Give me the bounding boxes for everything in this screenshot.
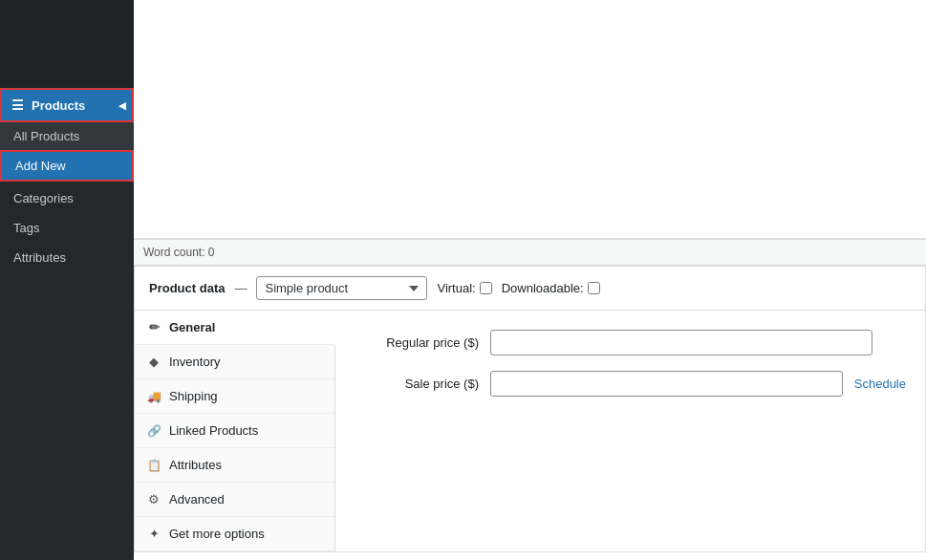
- attributes-icon: 📋: [146, 459, 162, 472]
- sidebar-item-tags[interactable]: Tags: [0, 213, 134, 243]
- products-submenu: All Products Add New: [0, 122, 134, 182]
- product-data-separator: —: [234, 281, 247, 295]
- tab-get-more-options-label: Get more options: [169, 527, 265, 541]
- product-tabs: ✏ General ◆ Inventory 🚚 Shipping 🔗 Linke…: [135, 311, 335, 551]
- main-content: Word count: 0 Product data — Simple prod…: [134, 0, 926, 560]
- shipping-icon: 🚚: [146, 390, 162, 403]
- general-tab-content: Regular price ($) Sale price ($) Schedul…: [335, 311, 925, 551]
- sidebar: ☰ Products ◀ All Products Add New Catego…: [0, 0, 134, 560]
- regular-price-label: Regular price ($): [355, 335, 479, 350]
- tab-linked-products[interactable]: 🔗 Linked Products: [135, 414, 334, 448]
- product-data-section: Product data — Simple product Variable p…: [134, 266, 926, 552]
- virtual-label: Virtual:: [437, 281, 491, 295]
- advanced-icon: ⚙: [146, 492, 162, 506]
- product-data-body: ✏ General ◆ Inventory 🚚 Shipping 🔗 Linke…: [135, 311, 925, 551]
- sale-price-label: Sale price ($): [355, 377, 479, 391]
- sidebar-item-attributes[interactable]: Attributes: [0, 243, 134, 272]
- editor-area: [134, 0, 926, 239]
- sale-price-input[interactable]: [490, 371, 843, 397]
- tab-general-label: General: [169, 320, 215, 334]
- downloadable-label: Downloadable:: [502, 281, 600, 295]
- products-menu-label: Products: [32, 98, 85, 113]
- sidebar-top-area: [0, 0, 134, 88]
- tab-inventory-label: Inventory: [169, 355, 220, 369]
- tab-advanced[interactable]: ⚙ Advanced: [135, 483, 334, 517]
- tab-attributes-label: Attributes: [169, 458, 222, 472]
- word-count-bar: Word count: 0: [134, 239, 926, 266]
- chevron-left-icon: ◀: [118, 100, 126, 111]
- tab-shipping[interactable]: 🚚 Shipping: [135, 379, 334, 414]
- main-inner: Word count: 0 Product data — Simple prod…: [134, 0, 926, 560]
- tab-attributes[interactable]: 📋 Attributes: [135, 448, 334, 483]
- product-type-select[interactable]: Simple product Variable product Grouped …: [256, 276, 427, 300]
- virtual-checkbox[interactable]: [480, 282, 492, 294]
- products-icon: ☰: [11, 97, 24, 113]
- product-data-header: Product data — Simple product Variable p…: [135, 267, 925, 311]
- regular-price-row: Regular price ($): [355, 330, 906, 355]
- sidebar-item-all-products[interactable]: All Products: [0, 122, 134, 150]
- general-icon: ✏: [146, 320, 162, 334]
- regular-price-input[interactable]: [490, 330, 872, 355]
- sidebar-item-categories[interactable]: Categories: [0, 183, 134, 213]
- schedule-link[interactable]: Schedule: [854, 377, 906, 391]
- sale-price-row: Sale price ($) Schedule: [355, 371, 906, 397]
- sidebar-item-products[interactable]: ☰ Products ◀: [0, 88, 134, 122]
- tab-shipping-label: Shipping: [169, 389, 218, 403]
- product-data-title: Product data: [149, 281, 225, 295]
- sidebar-item-add-new[interactable]: Add New: [0, 150, 134, 182]
- linked-products-icon: 🔗: [146, 424, 162, 438]
- tab-general[interactable]: ✏ General: [135, 311, 335, 345]
- inventory-icon: ◆: [146, 355, 162, 369]
- tab-advanced-label: Advanced: [169, 492, 225, 506]
- sidebar-other-items: Categories Tags Attributes: [0, 183, 134, 272]
- tab-linked-products-label: Linked Products: [169, 423, 258, 438]
- word-count-text: Word count: 0: [143, 246, 214, 259]
- tab-get-more-options[interactable]: ✦ Get more options: [135, 517, 334, 551]
- downloadable-checkbox[interactable]: [588, 282, 600, 294]
- get-more-options-icon: ✦: [146, 527, 162, 541]
- tab-inventory[interactable]: ◆ Inventory: [135, 345, 334, 379]
